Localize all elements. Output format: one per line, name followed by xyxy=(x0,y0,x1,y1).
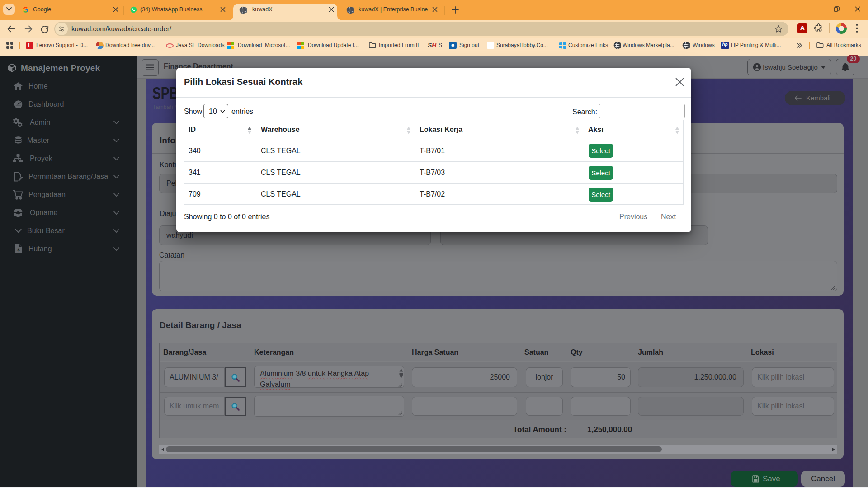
svg-text:$: $ xyxy=(17,248,19,252)
